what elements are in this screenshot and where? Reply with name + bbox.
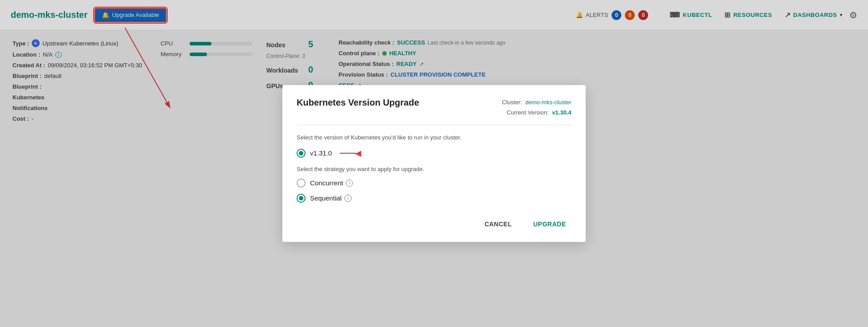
- sequential-radio-inner: [299, 196, 303, 200]
- modal-backdrop: Kubernetes Version Upgrade Cluster: demo…: [0, 0, 868, 327]
- modal-version-value: v1.30.4: [552, 109, 571, 116]
- version-radio-v1310[interactable]: [297, 149, 306, 158]
- concurrent-info-icon[interactable]: i: [346, 180, 353, 187]
- concurrent-radio[interactable]: [297, 179, 306, 188]
- sequential-info-icon[interactable]: i: [344, 195, 351, 202]
- strategy-sequential: Sequential i: [297, 194, 571, 203]
- modal-dialog: Kubernetes Version Upgrade Cluster: demo…: [282, 85, 586, 241]
- concurrent-label: Concurrent i: [310, 179, 353, 187]
- modal-footer: CANCEL UPGRADE: [297, 217, 571, 231]
- strategy-description: Select the strategy you want to apply fo…: [297, 166, 571, 172]
- modal-description: Select the version of Kubernetes you'd l…: [297, 134, 571, 141]
- red-arrow-indicator: ◀: [340, 149, 361, 157]
- sequential-radio[interactable]: [297, 194, 306, 203]
- version-option-v1310: v1.31.0 ◀: [297, 149, 571, 158]
- strategy-concurrent: Concurrent i: [297, 179, 571, 188]
- cancel-button[interactable]: CANCEL: [479, 217, 517, 231]
- modal-cluster-info: Cluster: demo-mks-cluster Current Versio…: [502, 98, 571, 117]
- modal-header: Kubernetes Version Upgrade Cluster: demo…: [297, 98, 571, 117]
- modal-cluster-label: Cluster:: [502, 99, 522, 106]
- strategy-options: Concurrent i Sequential i: [297, 179, 571, 203]
- red-arrow-head: ◀: [355, 149, 361, 157]
- red-arrow-line: [340, 153, 356, 154]
- modal-divider: [297, 125, 571, 125]
- modal-cluster-line: Cluster: demo-mks-cluster: [502, 98, 571, 107]
- version-label-v1310: v1.31.0: [310, 149, 332, 157]
- radio-inner: [299, 151, 303, 155]
- modal-version-line: Current Version: v1.30.4: [502, 108, 571, 118]
- modal-cluster-value: demo-mks-cluster: [525, 99, 571, 106]
- modal-version-label: Current Version:: [507, 109, 549, 116]
- sequential-label: Sequential i: [310, 194, 351, 202]
- upgrade-button[interactable]: UPGRADE: [528, 217, 571, 231]
- modal-title: Kubernetes Version Upgrade: [297, 98, 419, 108]
